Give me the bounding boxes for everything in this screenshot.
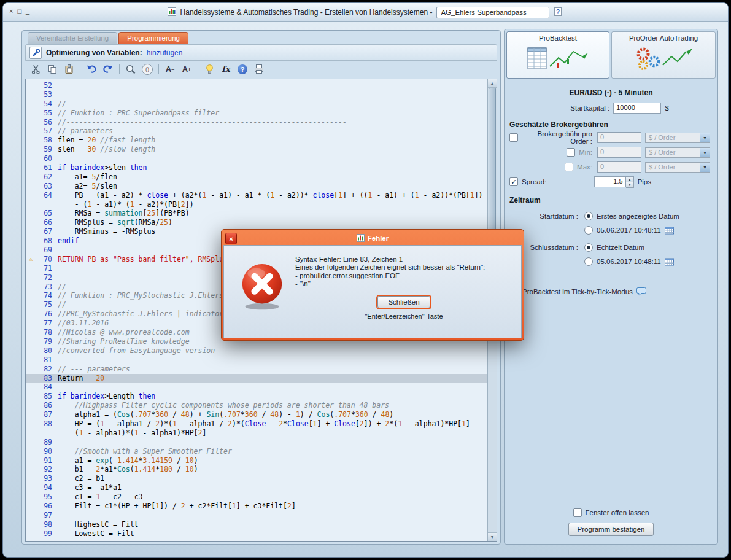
code-line[interactable]: 56//------------------------------------…	[26, 118, 488, 127]
code-line[interactable]: 97	[26, 511, 488, 520]
backtest-chart-icon	[507, 44, 609, 75]
code-line[interactable]: 86 //Highpass Filter cyclic components w…	[26, 401, 488, 410]
code-line[interactable]: 95 c1 = 1 - c2 - c3	[26, 492, 488, 502]
error-icon	[240, 262, 284, 332]
tab-programmierung[interactable]: Programmierung	[118, 32, 188, 44]
brokergebuehr-checkbox[interactable]: ✓	[509, 133, 518, 142]
code-line[interactable]: (1 - alpha1)*(1 - alpha1)*HP[2]	[26, 429, 488, 438]
code-line[interactable]: 65 RMSa = summation[25](PB*PB)	[26, 209, 488, 218]
brokergebuehr-input[interactable]: 0	[597, 132, 641, 143]
font-larger-icon[interactable]: A+	[181, 64, 192, 75]
code-line[interactable]: 98 HighestC = Filt	[26, 520, 488, 529]
code-line[interactable]: 89	[26, 438, 488, 447]
code-line[interactable]: 66 RMSplus = sqrt(RMSa/25)	[26, 218, 488, 227]
chevron-down-icon[interactable]: ▼	[700, 133, 710, 142]
font-smaller-icon[interactable]: A−	[164, 64, 176, 75]
add-variable-link[interactable]: hinzufügen	[147, 49, 183, 57]
startdatum-radio-date[interactable]	[584, 226, 593, 235]
hint-bulb-icon[interactable]	[204, 64, 215, 75]
min-unit-select[interactable]: $ / Order▼	[645, 147, 710, 158]
code-line[interactable]: 54//------------------------------------…	[26, 99, 488, 109]
dialog-close-icon[interactable]: ×	[225, 233, 237, 244]
code-line[interactable]: 99 LowestC = Filt	[26, 529, 488, 539]
print-icon[interactable]	[253, 64, 265, 75]
speech-bubble-icon[interactable]	[636, 287, 647, 296]
code-line[interactable]: 62 a1= 5/flen	[26, 173, 488, 182]
confirm-program-button[interactable]: Programm bestätigen	[568, 523, 654, 536]
redo-icon[interactable]	[102, 64, 114, 75]
cut-icon[interactable]	[30, 64, 41, 75]
code-line[interactable]: 87 alpha1 = (Cos(.707*360 / 48) + Sin(.7…	[26, 410, 488, 419]
close-error-button[interactable]: Schließen	[377, 296, 430, 308]
code-line[interactable]: 64 PB = (a1 - a2) * close + (a2*(1 - a1)…	[26, 191, 488, 200]
tab-vereinfachte-erstellung[interactable]: Vereinfachte Erstellung	[28, 32, 117, 44]
code-line[interactable]: 91 a1 = exp(-1.414*3.14159 / 10)	[26, 456, 488, 465]
system-name-field[interactable]: AG_Ehlers Superbandpass	[436, 7, 549, 18]
minimize-window-icon[interactable]: _	[26, 7, 29, 15]
code-line[interactable]: 60	[26, 154, 488, 163]
chevron-down-icon[interactable]: ▼	[700, 163, 710, 172]
code-line[interactable]: 82// --- parameters	[26, 365, 488, 374]
max-checkbox[interactable]: ✓	[565, 163, 573, 171]
code-line[interactable]: 53	[26, 90, 488, 99]
code-line[interactable]: 94 c3 = -a1*a1	[26, 483, 488, 492]
close-window-icon[interactable]: ×	[9, 7, 13, 15]
max-input[interactable]: 0	[597, 161, 641, 173]
code-line[interactable]: 96 Filt = c1*(HP + HP[1]) / 2 + c2*Filt[…	[26, 502, 488, 511]
code-line[interactable]: 90 //Smooth with a Super Smoother Filter	[26, 447, 488, 456]
brokergebuehr-unit-select[interactable]: $ / Order▼	[645, 133, 710, 143]
chevron-down-icon[interactable]: ▼	[700, 148, 710, 157]
min-checkbox[interactable]: ✓	[567, 148, 575, 157]
code-line[interactable]: 85if barindex>Length then	[26, 392, 488, 401]
keep-window-checkbox[interactable]: ✓	[573, 508, 582, 517]
spread-input[interactable]: 1.5	[594, 176, 626, 187]
gutter	[26, 383, 36, 392]
code-line[interactable]: - (1 - a1)* (1 - a2)*(PB[2])	[26, 200, 488, 209]
spread-stepper[interactable]: ▲ ▼	[626, 176, 634, 188]
code-line[interactable]: 57// parameters	[26, 126, 488, 136]
wrench-icon[interactable]	[29, 47, 42, 59]
code-line[interactable]: 81	[26, 356, 488, 365]
scroll-down-icon[interactable]: ▼	[488, 532, 497, 541]
max-unit-select[interactable]: $ / Order▼	[645, 162, 710, 173]
code-line[interactable]: 83Return = 20	[26, 374, 488, 383]
tab-proorder-autotrading[interactable]: ProOrder AutoTrading	[611, 31, 716, 79]
code-line[interactable]: 88 HP = (1 - alpha1 / 2)*(1 - alpha1 / 2…	[26, 419, 488, 429]
stepper-up-icon[interactable]: ▲	[626, 177, 633, 182]
insert-function-icon[interactable]: fx	[220, 64, 231, 75]
spread-checkbox[interactable]: ✓	[509, 177, 518, 186]
maximize-window-icon[interactable]: □	[17, 7, 21, 15]
calendar-icon[interactable]	[665, 257, 674, 266]
scroll-up-icon[interactable]: ▲	[488, 79, 497, 88]
code-line[interactable]: 84	[26, 383, 488, 392]
code-line[interactable]: 55// Funktion : PRC_Superbandpass_filter	[26, 109, 488, 118]
line-number: 88	[36, 419, 58, 429]
code-line[interactable]: 93 c2 = b1	[26, 474, 488, 483]
startdatum-radio-first[interactable]	[584, 212, 593, 220]
line-number: 61	[36, 163, 58, 173]
code-line[interactable]: 59slen = 30 //slow length	[26, 145, 488, 154]
code-line[interactable]: 92 b1 = 2*a1*Cos(1.414*180 / 10)	[26, 465, 488, 474]
schlussdatum-radio-realtime[interactable]	[584, 243, 593, 252]
code-line[interactable]: 80//converted from EasyLanguage version	[26, 346, 488, 356]
currency-label: $	[665, 104, 668, 112]
copy-icon[interactable]	[47, 64, 58, 75]
min-input[interactable]: 0	[597, 147, 641, 158]
code-line[interactable]: 63 a2= 5/slen	[26, 182, 488, 191]
paste-icon[interactable]	[63, 64, 74, 75]
line-number: 53	[36, 90, 58, 99]
code-line[interactable]: 52	[26, 81, 488, 90]
startkapital-input[interactable]: 10000	[613, 103, 661, 114]
line-number: 68	[36, 236, 58, 246]
code-line[interactable]: 61if barindex>slen then	[26, 163, 488, 173]
code-line[interactable]: 58flen = 20 //fast length	[26, 136, 488, 145]
stepper-down-icon[interactable]: ▼	[626, 182, 633, 187]
calendar-icon[interactable]	[665, 226, 674, 235]
schlussdatum-radio-date[interactable]	[584, 257, 593, 266]
search-icon[interactable]	[125, 64, 136, 75]
undo-icon[interactable]	[86, 64, 97, 75]
check-parentheses-icon[interactable]: ()	[142, 64, 153, 75]
tab-probacktest[interactable]: ProBacktest	[506, 31, 609, 79]
rename-help-icon[interactable]: ?	[554, 7, 563, 18]
help-icon[interactable]: ?	[237, 64, 248, 75]
